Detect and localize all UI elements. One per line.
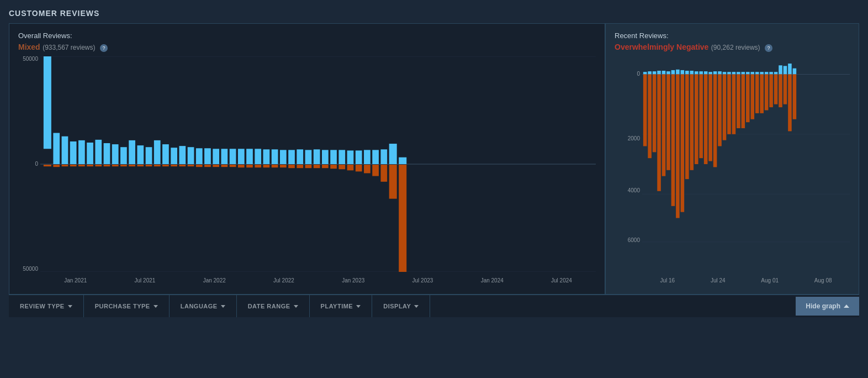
recent-chart-svg xyxy=(642,56,850,272)
svg-rect-142 xyxy=(755,72,759,74)
svg-rect-16 xyxy=(95,165,102,166)
svg-rect-7 xyxy=(62,136,68,164)
svg-rect-58 xyxy=(272,165,278,167)
svg-rect-53 xyxy=(255,149,261,164)
overall-chart-panel: Overall Reviews: Mixed (933,567 reviews)… xyxy=(9,24,605,294)
svg-rect-21 xyxy=(120,147,127,164)
svg-rect-78 xyxy=(356,165,362,171)
svg-rect-80 xyxy=(364,165,371,173)
svg-rect-55 xyxy=(263,149,270,164)
recent-label: Recent Reviews: xyxy=(615,32,850,40)
svg-rect-23 xyxy=(129,140,135,164)
review-type-label: REVIEW TYPE xyxy=(20,303,65,309)
svg-rect-50 xyxy=(238,165,245,167)
svg-rect-27 xyxy=(146,147,152,164)
svg-rect-141 xyxy=(750,75,754,119)
svg-rect-140 xyxy=(750,72,754,74)
svg-rect-31 xyxy=(162,144,169,164)
overall-label: Overall Reviews: xyxy=(18,32,596,40)
overall-help-icon[interactable]: ? xyxy=(100,44,108,52)
svg-rect-69 xyxy=(322,150,329,164)
svg-rect-137 xyxy=(742,75,745,129)
svg-rect-54 xyxy=(255,165,261,167)
svg-rect-36 xyxy=(179,165,186,166)
recent-x-aug08: Aug 08 xyxy=(814,277,832,284)
svg-rect-157 xyxy=(788,75,792,132)
svg-rect-154 xyxy=(784,66,787,74)
language-filter[interactable]: LANGUAGE xyxy=(170,295,237,317)
date-range-filter[interactable]: DATE RANGE xyxy=(237,295,310,317)
x-label-jul2024: Jul 2024 xyxy=(551,277,572,284)
svg-rect-48 xyxy=(230,165,236,167)
customer-reviews-section: CUSTOMER REVIEWS Overall Reviews: Mixed … xyxy=(9,9,859,317)
hide-graph-button[interactable]: Hide graph xyxy=(796,297,859,316)
svg-rect-156 xyxy=(788,64,792,75)
svg-rect-101 xyxy=(657,75,661,191)
svg-rect-83 xyxy=(380,149,387,164)
svg-rect-99 xyxy=(653,75,657,153)
svg-rect-47 xyxy=(230,149,236,164)
svg-rect-94 xyxy=(643,72,647,74)
recent-x-axis: Jul 16 Jul 24 Aug 01 Aug 08 xyxy=(642,272,850,288)
date-range-label: DATE RANGE xyxy=(248,303,290,309)
svg-rect-76 xyxy=(347,165,354,170)
svg-rect-106 xyxy=(671,70,675,75)
review-type-chevron xyxy=(68,305,72,308)
svg-rect-85 xyxy=(389,144,397,164)
svg-rect-72 xyxy=(330,165,337,169)
svg-rect-149 xyxy=(769,75,773,108)
svg-rect-65 xyxy=(305,150,312,164)
x-label-jul2021: Jul 2021 xyxy=(135,277,156,284)
svg-rect-116 xyxy=(695,71,698,74)
svg-rect-17 xyxy=(104,143,110,164)
purchase-type-chevron xyxy=(154,305,158,308)
overall-count: (933,567 reviews) xyxy=(43,44,95,51)
review-type-filter[interactable]: REVIEW TYPE xyxy=(9,295,84,317)
svg-rect-124 xyxy=(713,71,717,74)
svg-rect-84 xyxy=(380,165,387,182)
overall-chart-area: 50000 0 50000 xyxy=(18,56,596,288)
recent-help-icon[interactable]: ? xyxy=(765,44,772,52)
svg-rect-39 xyxy=(196,148,203,164)
svg-rect-111 xyxy=(681,75,685,212)
svg-rect-42 xyxy=(204,165,211,167)
svg-rect-25 xyxy=(137,145,144,164)
svg-rect-136 xyxy=(742,72,745,74)
svg-rect-66 xyxy=(305,165,312,168)
svg-rect-45 xyxy=(221,149,228,164)
svg-rect-86 xyxy=(389,165,397,199)
recent-chart-area: 0 2000 4000 6000 xyxy=(615,56,850,288)
svg-rect-4 xyxy=(44,165,51,166)
svg-rect-14 xyxy=(87,165,93,166)
svg-rect-51 xyxy=(246,149,253,164)
svg-rect-114 xyxy=(690,71,694,75)
svg-rect-82 xyxy=(372,165,379,176)
display-filter[interactable]: DISPLAY xyxy=(372,295,430,317)
language-chevron xyxy=(221,305,225,308)
svg-rect-33 xyxy=(171,148,177,164)
recent-x-jul24: Jul 24 xyxy=(711,277,726,284)
charts-container: Overall Reviews: Mixed (933,567 reviews)… xyxy=(9,23,859,295)
x-label-jul2023: Jul 2023 xyxy=(412,277,433,284)
svg-rect-151 xyxy=(774,75,778,104)
svg-rect-79 xyxy=(364,150,371,164)
overall-y-axis: 50000 0 50000 xyxy=(18,56,40,272)
recent-chart-header: Recent Reviews: Overwhelmingly Negative … xyxy=(615,32,850,52)
purchase-type-filter[interactable]: PURCHASE TYPE xyxy=(84,295,170,317)
svg-rect-10 xyxy=(70,165,77,166)
playtime-filter[interactable]: PLAYTIME xyxy=(310,295,373,317)
svg-rect-30 xyxy=(154,165,161,166)
svg-rect-131 xyxy=(727,75,731,134)
recent-y-2000: 2000 xyxy=(628,135,640,141)
svg-rect-138 xyxy=(746,72,750,74)
overall-chart-svg xyxy=(40,56,596,272)
svg-rect-56 xyxy=(263,165,270,167)
hide-graph-chevron-icon xyxy=(844,305,849,308)
svg-rect-64 xyxy=(297,165,303,168)
svg-rect-38 xyxy=(188,165,194,166)
playtime-chevron xyxy=(356,305,361,308)
svg-rect-110 xyxy=(681,70,685,75)
svg-rect-52 xyxy=(246,165,253,167)
svg-rect-81 xyxy=(372,150,379,164)
x-label-jul2022: Jul 2022 xyxy=(273,277,294,284)
